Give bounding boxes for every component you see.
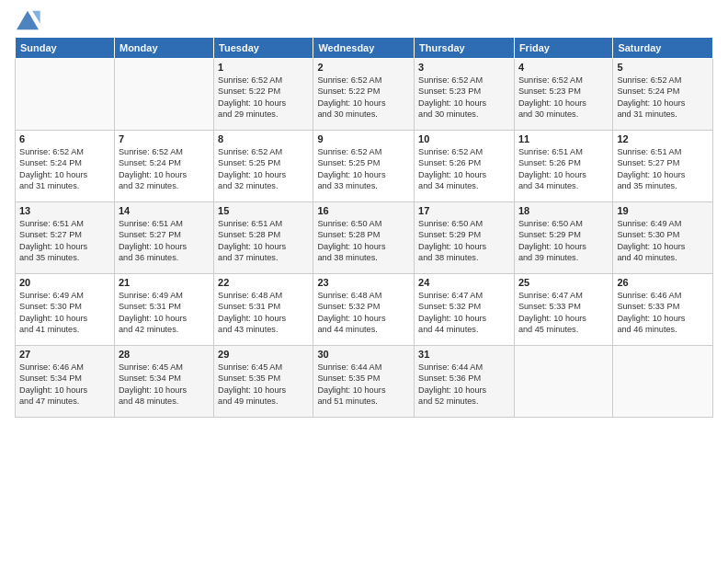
day-number: 27 xyxy=(19,349,110,360)
calendar-cell xyxy=(514,346,613,418)
weekday-header-monday: Monday xyxy=(114,38,213,59)
header xyxy=(15,9,713,31)
day-number: 4 xyxy=(518,62,609,73)
calendar-cell: 18Sunrise: 6:50 AM Sunset: 5:29 PM Dayli… xyxy=(514,202,613,274)
week-row-1: 1Sunrise: 6:52 AM Sunset: 5:22 PM Daylig… xyxy=(16,59,713,131)
day-number: 28 xyxy=(119,349,210,360)
calendar-body: 1Sunrise: 6:52 AM Sunset: 5:22 PM Daylig… xyxy=(16,59,713,418)
calendar-cell: 19Sunrise: 6:49 AM Sunset: 5:30 PM Dayli… xyxy=(613,202,713,274)
day-detail: Sunrise: 6:46 AM Sunset: 5:33 PM Dayligh… xyxy=(617,290,709,336)
day-detail: Sunrise: 6:44 AM Sunset: 5:36 PM Dayligh… xyxy=(418,362,510,408)
calendar-cell: 12Sunrise: 6:51 AM Sunset: 5:27 PM Dayli… xyxy=(613,131,713,202)
day-detail: Sunrise: 6:52 AM Sunset: 5:25 PM Dayligh… xyxy=(218,146,309,192)
day-number: 30 xyxy=(317,349,410,360)
day-number: 1 xyxy=(218,62,309,73)
calendar-cell: 23Sunrise: 6:48 AM Sunset: 5:32 PM Dayli… xyxy=(313,274,415,346)
calendar-cell: 9Sunrise: 6:52 AM Sunset: 5:25 PM Daylig… xyxy=(313,131,415,202)
weekday-header-friday: Friday xyxy=(514,38,613,59)
logo-icon xyxy=(15,9,40,31)
calendar-cell xyxy=(16,59,115,131)
day-number: 13 xyxy=(19,205,110,216)
day-detail: Sunrise: 6:50 AM Sunset: 5:29 PM Dayligh… xyxy=(418,218,510,264)
day-detail: Sunrise: 6:51 AM Sunset: 5:27 PM Dayligh… xyxy=(617,146,709,192)
calendar-cell: 5Sunrise: 6:52 AM Sunset: 5:24 PM Daylig… xyxy=(613,59,713,131)
day-number: 21 xyxy=(119,277,210,288)
day-number: 19 xyxy=(617,205,709,216)
calendar-cell: 7Sunrise: 6:52 AM Sunset: 5:24 PM Daylig… xyxy=(114,131,213,202)
week-row-4: 20Sunrise: 6:49 AM Sunset: 5:30 PM Dayli… xyxy=(16,274,713,346)
day-detail: Sunrise: 6:45 AM Sunset: 5:34 PM Dayligh… xyxy=(119,362,210,408)
day-detail: Sunrise: 6:48 AM Sunset: 5:31 PM Dayligh… xyxy=(218,290,309,336)
day-number: 26 xyxy=(617,277,709,288)
weekday-header-thursday: Thursday xyxy=(415,38,515,59)
week-row-2: 6Sunrise: 6:52 AM Sunset: 5:24 PM Daylig… xyxy=(16,131,713,202)
day-detail: Sunrise: 6:52 AM Sunset: 5:23 PM Dayligh… xyxy=(418,75,510,121)
day-number: 10 xyxy=(418,133,510,144)
day-detail: Sunrise: 6:52 AM Sunset: 5:24 PM Dayligh… xyxy=(617,75,709,121)
calendar-cell: 17Sunrise: 6:50 AM Sunset: 5:29 PM Dayli… xyxy=(415,202,515,274)
day-detail: Sunrise: 6:45 AM Sunset: 5:35 PM Dayligh… xyxy=(218,362,309,408)
day-number: 5 xyxy=(617,62,709,73)
day-detail: Sunrise: 6:52 AM Sunset: 5:22 PM Dayligh… xyxy=(218,75,309,121)
day-detail: Sunrise: 6:48 AM Sunset: 5:32 PM Dayligh… xyxy=(317,290,410,336)
week-row-3: 13Sunrise: 6:51 AM Sunset: 5:27 PM Dayli… xyxy=(16,202,713,274)
calendar-cell: 10Sunrise: 6:52 AM Sunset: 5:26 PM Dayli… xyxy=(415,131,515,202)
calendar-header: SundayMondayTuesdayWednesdayThursdayFrid… xyxy=(16,38,713,59)
day-number: 9 xyxy=(317,133,410,144)
day-detail: Sunrise: 6:51 AM Sunset: 5:27 PM Dayligh… xyxy=(19,218,110,264)
day-detail: Sunrise: 6:52 AM Sunset: 5:22 PM Dayligh… xyxy=(317,75,410,121)
day-detail: Sunrise: 6:51 AM Sunset: 5:27 PM Dayligh… xyxy=(119,218,210,264)
day-number: 24 xyxy=(418,277,510,288)
day-detail: Sunrise: 6:44 AM Sunset: 5:35 PM Dayligh… xyxy=(317,362,410,408)
calendar-cell: 4Sunrise: 6:52 AM Sunset: 5:23 PM Daylig… xyxy=(514,59,613,131)
calendar-cell: 27Sunrise: 6:46 AM Sunset: 5:34 PM Dayli… xyxy=(16,346,115,418)
day-detail: Sunrise: 6:49 AM Sunset: 5:30 PM Dayligh… xyxy=(617,218,709,264)
day-detail: Sunrise: 6:49 AM Sunset: 5:31 PM Dayligh… xyxy=(119,290,210,336)
day-number: 23 xyxy=(317,277,410,288)
day-number: 18 xyxy=(518,205,609,216)
calendar-cell: 6Sunrise: 6:52 AM Sunset: 5:24 PM Daylig… xyxy=(16,131,115,202)
day-number: 15 xyxy=(218,205,309,216)
weekday-header-saturday: Saturday xyxy=(613,38,713,59)
calendar-cell: 22Sunrise: 6:48 AM Sunset: 5:31 PM Dayli… xyxy=(214,274,313,346)
day-detail: Sunrise: 6:46 AM Sunset: 5:34 PM Dayligh… xyxy=(19,362,110,408)
day-number: 22 xyxy=(218,277,309,288)
day-detail: Sunrise: 6:51 AM Sunset: 5:26 PM Dayligh… xyxy=(518,146,609,192)
calendar-cell: 11Sunrise: 6:51 AM Sunset: 5:26 PM Dayli… xyxy=(514,131,613,202)
logo xyxy=(15,9,44,31)
calendar-cell: 29Sunrise: 6:45 AM Sunset: 5:35 PM Dayli… xyxy=(214,346,313,418)
weekday-header-wednesday: Wednesday xyxy=(313,38,415,59)
calendar-cell: 24Sunrise: 6:47 AM Sunset: 5:32 PM Dayli… xyxy=(415,274,515,346)
weekday-header-tuesday: Tuesday xyxy=(214,38,313,59)
calendar-cell: 14Sunrise: 6:51 AM Sunset: 5:27 PM Dayli… xyxy=(114,202,213,274)
day-number: 2 xyxy=(317,62,410,73)
calendar-cell: 28Sunrise: 6:45 AM Sunset: 5:34 PM Dayli… xyxy=(114,346,213,418)
day-number: 20 xyxy=(19,277,110,288)
calendar-cell: 31Sunrise: 6:44 AM Sunset: 5:36 PM Dayli… xyxy=(415,346,515,418)
day-number: 11 xyxy=(518,133,609,144)
calendar-cell: 25Sunrise: 6:47 AM Sunset: 5:33 PM Dayli… xyxy=(514,274,613,346)
day-detail: Sunrise: 6:52 AM Sunset: 5:26 PM Dayligh… xyxy=(418,146,510,192)
calendar-cell: 20Sunrise: 6:49 AM Sunset: 5:30 PM Dayli… xyxy=(16,274,115,346)
day-detail: Sunrise: 6:47 AM Sunset: 5:32 PM Dayligh… xyxy=(418,290,510,336)
day-number: 25 xyxy=(518,277,609,288)
day-number: 17 xyxy=(418,205,510,216)
day-detail: Sunrise: 6:52 AM Sunset: 5:24 PM Dayligh… xyxy=(119,146,210,192)
day-detail: Sunrise: 6:52 AM Sunset: 5:23 PM Dayligh… xyxy=(518,75,609,121)
calendar-cell: 26Sunrise: 6:46 AM Sunset: 5:33 PM Dayli… xyxy=(613,274,713,346)
calendar-cell: 2Sunrise: 6:52 AM Sunset: 5:22 PM Daylig… xyxy=(313,59,415,131)
day-number: 12 xyxy=(617,133,709,144)
day-number: 16 xyxy=(317,205,410,216)
day-number: 7 xyxy=(119,133,210,144)
day-detail: Sunrise: 6:50 AM Sunset: 5:28 PM Dayligh… xyxy=(317,218,410,264)
calendar-cell: 1Sunrise: 6:52 AM Sunset: 5:22 PM Daylig… xyxy=(214,59,313,131)
calendar-cell xyxy=(613,346,713,418)
calendar-cell: 15Sunrise: 6:51 AM Sunset: 5:28 PM Dayli… xyxy=(214,202,313,274)
day-detail: Sunrise: 6:51 AM Sunset: 5:28 PM Dayligh… xyxy=(218,218,309,264)
weekday-row: SundayMondayTuesdayWednesdayThursdayFrid… xyxy=(16,38,713,59)
weekday-header-sunday: Sunday xyxy=(16,38,115,59)
calendar-cell: 8Sunrise: 6:52 AM Sunset: 5:25 PM Daylig… xyxy=(214,131,313,202)
calendar-cell xyxy=(114,59,213,131)
day-number: 8 xyxy=(218,133,309,144)
day-detail: Sunrise: 6:52 AM Sunset: 5:25 PM Dayligh… xyxy=(317,146,410,192)
